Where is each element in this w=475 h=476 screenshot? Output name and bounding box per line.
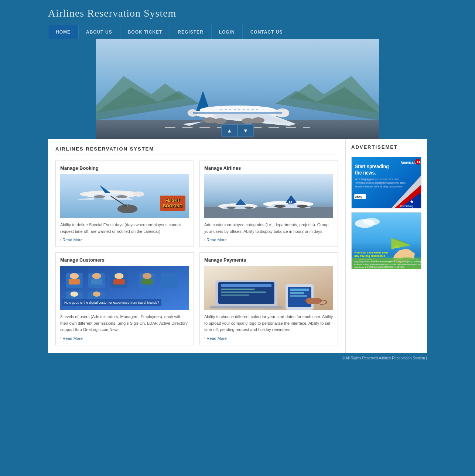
card-payments-readmore[interactable]: › Read More [204,336,333,341]
svg-text:the news.: the news. [355,170,376,176]
svg-point-16 [242,118,254,124]
nav-item-register[interactable]: REGISTER [170,25,211,39]
left-content: AIRLINES RESERVATION SYSTEM Manage Booki… [48,139,346,353]
cards-grid: Manage Booking [55,161,338,345]
card-manage-booking: Manage Booking [55,161,194,247]
svg-point-105 [363,218,380,225]
svg-rect-79 [210,306,283,308]
svg-rect-82 [290,289,309,291]
svg-rect-59 [161,273,178,288]
svg-text:UNITED: UNITED [394,265,404,269]
hero-prev-button[interactable]: ▲ [221,124,238,137]
svg-point-31 [133,192,144,197]
svg-text:more plans and non-stop flight: more plans and non-stop flights than any… [355,182,406,184]
svg-rect-83 [290,292,304,294]
svg-rect-20 [225,109,227,110]
hero-banner: ▲ ▼ [96,39,379,139]
svg-rect-78 [221,294,249,296]
customer-overlay: How good is the digital customer experie… [62,299,161,307]
svg-rect-61 [69,279,80,284]
chevron-right-icon4: › [204,336,205,340]
svg-point-64 [115,273,123,279]
nav-item-contact[interactable]: CONTACT US [243,25,291,39]
nav-item-book[interactable]: BOOK TICKET [120,25,170,39]
svg-rect-27 [256,109,258,110]
svg-point-70 [70,292,78,297]
svg-rect-67 [141,279,153,284]
footer-text: © All Rights Reserved Airlines Reservati… [342,356,427,360]
svg-rect-77 [221,292,266,293]
card-payments-desc: Ability to choose different calendar yea… [204,314,333,333]
svg-point-50 [297,205,308,208]
card-manage-payments: Manage Payments [199,252,338,345]
ad-section-title: ADVERTISEMET [351,144,421,153]
card-booking-desc: Ability to define Special Event days (da… [60,222,189,235]
svg-point-18 [204,117,216,123]
svg-text:★: ★ [410,199,414,204]
hero-controls: ▲ ▼ [221,124,254,137]
svg-point-35 [116,195,127,198]
svg-rect-28 [193,112,283,114]
card-payments-title: Manage Payments [204,257,333,263]
nav-item-home[interactable]: HOME [48,25,78,39]
svg-rect-19 [220,109,222,110]
right-sidebar: ADVERTISEMET Start spreading the news. [346,139,427,353]
flight-badge: FLIGHTBOOKING [160,196,185,211]
svg-rect-23 [238,109,240,110]
card-airlines-title: Manage Airlines [204,165,333,171]
card-airlines-image: U [204,174,333,218]
ad-united-airlines: Where old travel habits meet new traveli… [351,212,421,269]
svg-rect-25 [247,109,249,110]
svg-rect-22 [234,109,236,110]
nav-item-about[interactable]: ABOUT US [78,25,120,39]
svg-text:Be sure to take adv of the fly: Be sure to take adv of the fly being sav… [355,185,403,188]
main-section-title: AIRLINES RESERVATION SYSTEM [55,146,338,155]
svg-point-71 [93,292,100,297]
chevron-right-icon2: › [204,238,205,242]
svg-point-46 [227,207,236,209]
svg-text:I say you go to your destinati: I say you go to your destination is just… [354,261,421,263]
svg-point-62 [92,273,101,279]
card-customers-title: Manage Customers [60,257,189,263]
svg-point-66 [143,273,151,279]
svg-rect-24 [243,109,245,110]
card-manage-airlines: Manage Airlines [199,161,338,247]
svg-text:U: U [289,200,292,204]
card-booking-image: FLIGHTBOOKING [60,174,189,218]
card-booking-title: Manage Booking [60,165,189,171]
card-manage-customers: Manage Customers [55,252,194,345]
nav-item-login[interactable]: LOGIN [211,25,243,39]
hero-next-button[interactable]: ▼ [238,124,254,137]
card-airlines-readmore[interactable]: › Read More [204,238,333,242]
svg-rect-21 [229,109,232,110]
svg-text:new traveling experiences: new traveling experiences [354,255,385,258]
svg-rect-86 [307,298,320,304]
svg-text:Where old travel habits meet: Where old travel habits meet [354,251,388,253]
chevron-right-icon3: › [60,336,61,340]
svg-point-36 [94,195,105,198]
site-title: Airlines Reservation System [48,7,427,19]
chevron-right-icon: › [60,238,61,242]
svg-rect-75 [221,284,272,287]
svg-rect-76 [221,289,255,290]
card-airlines-desc: Add custom employee categories (i.e., de… [204,222,333,235]
svg-rect-26 [252,109,254,110]
card-customers-readmore[interactable]: › Read More [60,336,189,341]
svg-text:AA: AA [417,161,421,164]
main-nav: HOMEABOUT USBOOK TICKETREGISTERLOGINCONT… [0,25,475,39]
svg-text:We're bringing great fares to : We're bringing great fares to more citie… [355,178,399,180]
svg-point-45 [245,207,253,209]
main-content: AIRLINES RESERVATION SYSTEM Manage Booki… [48,139,427,353]
card-booking-readmore[interactable]: › Read More [60,238,189,242]
svg-text:is obvious to bump on uncomfor: is obvious to bump on uncomfortable layo… [354,263,421,266]
svg-rect-63 [91,279,102,284]
card-payments-image [204,266,333,310]
svg-point-51 [274,205,286,208]
svg-rect-84 [290,295,307,297]
svg-text:Start spreading: Start spreading [355,163,389,169]
svg-point-60 [70,273,79,279]
card-customers-image: How good is the digital customer experie… [60,266,189,310]
svg-text:#GoFishing: #GoFishing [400,204,413,208]
card-customers-desc: 3 levels of users (Administrators, Manag… [60,314,189,333]
footer: © All Rights Reserved Airlines Reservati… [0,353,475,363]
